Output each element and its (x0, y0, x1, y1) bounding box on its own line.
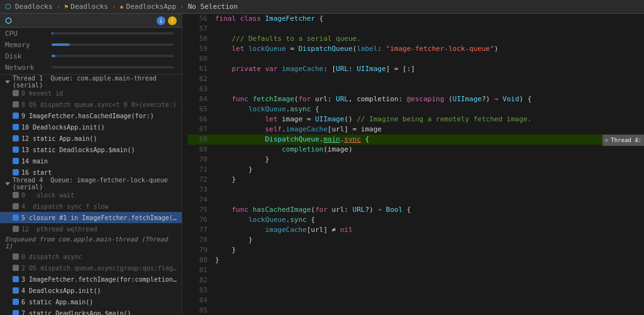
breadcrumb-deadlocks1[interactable]: Deadlocks (15, 3, 53, 11)
app-icon: ⬡ (5, 16, 11, 25)
enq-frame-0[interactable]: 0 dispatch_async (0, 251, 182, 262)
breadcrumb-no-selection: No Selection (188, 3, 238, 11)
code-line-70: 70 } (187, 155, 644, 165)
code-line-58: 58 /// Defaults to a serial queue. (187, 34, 644, 44)
code-line-85: 85 (187, 306, 644, 315)
code-line-79: 79 } (187, 245, 644, 255)
memory-progress (52, 43, 174, 46)
debug-navigator-sidebar: ⬡ i ! CPU Memory Di (0, 14, 182, 315)
memory-label: Memory (5, 41, 49, 49)
code-line-66: 66 let image = UIImage() // Imagine bein… (187, 114, 644, 124)
code-line-81: 81 (187, 265, 644, 275)
code-line-64: 64 func fetchImage(for url: URL, complet… (187, 94, 644, 104)
code-line-76: 76 lockQueue.sync { (187, 215, 644, 225)
code-line-74: 74 (187, 195, 644, 205)
cpu-label: CPU (5, 30, 49, 38)
code-line-60: 60 (187, 54, 644, 64)
frame-14-main[interactable]: 14 main (0, 155, 182, 167)
info-icon[interactable]: i (157, 16, 165, 25)
code-line-71: 71 } (187, 165, 644, 175)
code-view[interactable]: 56final class ImageFetcher {5758 /// Def… (182, 14, 644, 315)
code-line-75: 75 func hasCachedImage(for url: URL?) → … (187, 205, 644, 215)
code-line-83: 83 (187, 285, 644, 296)
enq-frame-3[interactable]: 3 ImageFetcher.fetchImage(for:completion… (0, 274, 182, 285)
code-line-68: 68 DispatchQueue.main.sync {≡Thread 4: (187, 135, 644, 145)
breadcrumb-deadlocks2[interactable]: Deadlocks (70, 3, 108, 11)
frame-5-closure-fetchimage[interactable]: 5 closure #1 in ImageFetcher.fetchImage(… (0, 212, 182, 223)
breadcrumb-swift-icon: ◆ (120, 3, 124, 10)
enq-frame-4[interactable]: 4 DeadlocksApp.init() (0, 285, 182, 296)
frame-0-kevent[interactable]: 0 kevent_id (0, 87, 182, 99)
code-line-73: 73 (187, 185, 644, 195)
breadcrumb-app-icon: ⬡ (5, 3, 11, 11)
network-label: Network (5, 64, 49, 72)
network-progress (52, 66, 174, 69)
code-line-61: 61 private var imageCache: [URL: UIImage… (187, 64, 644, 74)
code-line-77: 77 imageCache[url] ≠ nil (187, 225, 644, 235)
frame-13-deadlocksapp-main[interactable]: 13 static DeadlocksApp.$main() (0, 144, 182, 155)
process-header: ⬡ i ! (0, 14, 182, 28)
thread1-header[interactable]: Thread 1 Queue: com.apple.main-thread (s… (0, 76, 182, 87)
code-line-59: 59 let lockQueue = DispatchQueue(label: … (187, 44, 644, 54)
disk-label: Disk (5, 52, 49, 60)
frame-0-ulock[interactable]: 0 __ulock_wait (0, 189, 182, 201)
code-line-78: 78 } (187, 235, 644, 245)
breadcrumb-deadlocksapp[interactable]: DeadlocksApp (126, 3, 176, 11)
disk-progress (52, 55, 174, 57)
frame-8-osdispatch[interactable]: 8 OS_dispatch_queue.sync<t_0_0>(execute:… (0, 99, 182, 110)
code-line-84: 84 (187, 296, 644, 306)
cpu-progress (52, 32, 174, 35)
code-line-80: 80} (187, 255, 644, 265)
code-line-63: 63 (187, 84, 644, 94)
frame-9-hascached[interactable]: 9 ImageFetcher.hasCachedImage(for:) (0, 110, 182, 121)
code-line-65: 65 lockQueue.async { (187, 104, 644, 114)
enq-frame-2[interactable]: 2 OS_dispatch_queue.async(group:qos:flag… (0, 262, 182, 274)
warning-icon[interactable]: ! (168, 16, 177, 25)
breadcrumb-bar: ⬡ Deadlocks › ⚑ Deadlocks › ◆ DeadlocksA… (0, 0, 644, 14)
frame-12-pthread[interactable]: 12 _pthread_wqthread (0, 223, 182, 235)
thread4-header[interactable]: Thread 4 Queue: image-fetcher-lock-queue… (0, 178, 182, 189)
enq-frame-6[interactable]: 6 static App.main() (0, 296, 182, 307)
code-line-72: 72 } (187, 175, 644, 185)
enqueued-label: Enqueued from com.apple.main-thread (Thr… (0, 235, 182, 251)
code-line-57: 57 (187, 24, 644, 34)
disk-row: Disk (0, 50, 182, 62)
code-line-56: 56final class ImageFetcher { (187, 14, 644, 24)
network-row: Network (0, 62, 182, 73)
code-line-62: 62 (187, 74, 644, 84)
frame-12-app-main[interactable]: 12 static App.main() (0, 133, 182, 144)
code-line-69: 69 completion(image) (187, 145, 644, 155)
frame-10-deadlocksapp-init[interactable]: 10 DeadlocksApp.init() (0, 121, 182, 133)
frame-4-dispatch-sync[interactable]: 4 _dispatch_sync_f_slow (0, 201, 182, 212)
code-line-82: 82 (187, 275, 644, 285)
source-editor: 56final class ImageFetcher {5758 /// Def… (182, 14, 644, 315)
memory-row: Memory (0, 39, 182, 50)
code-line-67: 67 self.imageCache[url] = image (187, 124, 644, 135)
process-name: ⬡ (5, 16, 16, 25)
breadcrumb-arrow-icon: ⚑ (64, 3, 68, 10)
enq-frame-7[interactable]: 7 static DeadlocksApp.$main() (0, 307, 182, 315)
cpu-row: CPU (0, 28, 182, 39)
